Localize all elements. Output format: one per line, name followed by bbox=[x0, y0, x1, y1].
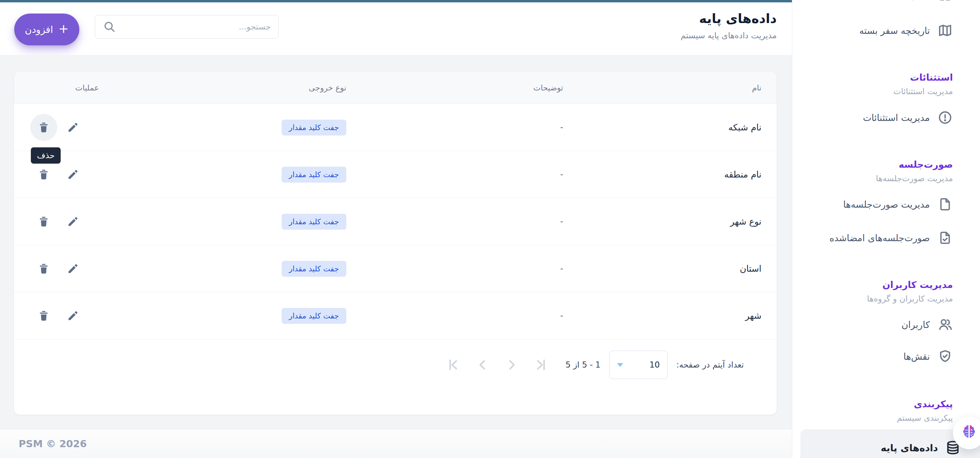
delete-button[interactable] bbox=[30, 255, 57, 282]
sidebar-item-minutes-management[interactable]: مدیریت صورت‌جلسه‌ها bbox=[843, 197, 953, 212]
delete-button[interactable] bbox=[30, 114, 57, 141]
row-description: - bbox=[356, 170, 573, 179]
edit-button[interactable] bbox=[65, 120, 80, 135]
row-name: استان bbox=[573, 264, 777, 274]
edit-button[interactable] bbox=[65, 308, 80, 323]
table-row: نام شبکه - جفت کلید مقدار bbox=[14, 104, 777, 151]
trash-icon bbox=[37, 215, 50, 228]
sidebar-section-user-management: مدیریت کاربران مدیریت کاربران و گروه‌ها bbox=[867, 280, 953, 304]
output-type-badge: جفت کلید مقدار bbox=[282, 167, 346, 183]
brain-icon bbox=[961, 425, 978, 441]
edit-button[interactable] bbox=[65, 214, 80, 229]
items-per-page-label: تعداد آیتم در صفحه: bbox=[676, 360, 744, 370]
items-per-page-value: 10 bbox=[650, 360, 660, 370]
trash-icon bbox=[37, 309, 50, 322]
plus-icon: + bbox=[59, 23, 69, 35]
section-subtitle: مدیریت کاربران و گروه‌ها bbox=[867, 294, 953, 304]
pagination-nav bbox=[445, 357, 549, 373]
row-actions bbox=[14, 114, 113, 141]
delete-button[interactable] bbox=[30, 161, 57, 188]
sidebar-item-label: مدیریت استثنائات bbox=[863, 113, 930, 123]
row-description: - bbox=[356, 122, 573, 132]
sidebar-item-users[interactable]: کاربران bbox=[901, 317, 953, 332]
last-page-button[interactable] bbox=[533, 357, 549, 373]
row-actions bbox=[14, 302, 113, 329]
chevron-down-icon bbox=[617, 363, 623, 367]
sidebar-item-label: کاربران bbox=[901, 320, 930, 330]
row-name: نام شبکه bbox=[573, 122, 777, 132]
page-title: داده‌های پایه bbox=[681, 11, 777, 26]
shield-check-icon bbox=[937, 348, 953, 364]
pencil-icon bbox=[66, 262, 80, 275]
table-row: استان - جفت کلید مقدار bbox=[14, 245, 777, 293]
pencil-icon bbox=[66, 309, 80, 323]
chevron-right-icon bbox=[504, 357, 519, 373]
search-box[interactable] bbox=[95, 15, 278, 39]
section-title: استثنائات bbox=[893, 72, 953, 83]
trash-icon bbox=[37, 262, 50, 275]
grid-boxes-icon bbox=[937, 0, 953, 2]
sidebar-item-label: داده‌های پایه bbox=[881, 442, 938, 453]
chevron-left-icon bbox=[475, 357, 490, 373]
table-header-row: نام توضیحات نوع خروجی عملیات bbox=[14, 72, 777, 104]
edit-button[interactable] bbox=[65, 261, 80, 276]
file-icon bbox=[937, 197, 953, 212]
trash-icon bbox=[37, 121, 50, 134]
first-page-button[interactable] bbox=[445, 357, 461, 373]
sidebar-item-package-travel-history[interactable]: تاریخچه سفر بسته bbox=[859, 23, 953, 38]
items-per-page-select[interactable]: 10 bbox=[609, 351, 668, 379]
file-check-icon bbox=[937, 230, 953, 246]
users-icon bbox=[937, 317, 953, 332]
delete-button[interactable] bbox=[30, 302, 57, 329]
add-button[interactable]: + افزودن bbox=[14, 14, 79, 45]
pagination-bar: تعداد آیتم در صفحه: 10 1 - 5 از 5 bbox=[14, 339, 777, 390]
section-subtitle: مدیریت صورت‌جلسه‌ها bbox=[876, 174, 953, 183]
edit-button[interactable] bbox=[65, 167, 80, 182]
row-name: نام منطقه bbox=[573, 169, 777, 180]
sidebar-section-exceptions: استثنائات مدیریت استثنائات bbox=[893, 72, 953, 96]
output-type-badge: جفت کلید مقدار bbox=[282, 261, 346, 277]
table-row: نام منطقه - جفت کلید مقدار bbox=[14, 151, 777, 198]
section-subtitle: پیکربندی سیستم bbox=[897, 413, 953, 423]
sidebar-section-minutes: صورت‌جلسه مدیریت صورت‌جلسه‌ها bbox=[876, 159, 953, 183]
delete-button[interactable] bbox=[30, 208, 57, 235]
row-name: نوع شهر bbox=[573, 216, 777, 227]
column-header-output-type: نوع خروجی bbox=[113, 83, 356, 92]
section-title: مدیریت کاربران bbox=[867, 280, 953, 290]
sidebar-item-exception-management[interactable]: مدیریت استثنائات bbox=[863, 110, 953, 125]
output-type-badge: جفت کلید مقدار bbox=[282, 308, 346, 324]
last-page-icon bbox=[533, 357, 549, 373]
sidebar-section-configuration: پیکربندی پیکربندی سیستم bbox=[897, 399, 953, 423]
sidebar-item-label: تاریخچه سفر بسته bbox=[859, 25, 930, 36]
column-header-description: توضیحات bbox=[356, 83, 573, 92]
sidebar-item-package-management[interactable]: مدیریت بسته‌ها bbox=[872, 0, 953, 2]
output-type-badge: جفت کلید مقدار bbox=[282, 119, 346, 135]
page-subtitle: مدیریت داده‌های پایه سیستم bbox=[681, 31, 777, 40]
data-table-card: نام توضیحات نوع خروجی عملیات نام شبکه - … bbox=[14, 71, 777, 415]
column-header-name: نام bbox=[573, 83, 777, 92]
add-button-label: افزودن bbox=[25, 24, 53, 35]
next-page-button[interactable] bbox=[504, 357, 519, 373]
copyright-text: PSM © 2026 bbox=[19, 438, 87, 450]
sidebar-item-signed-minutes[interactable]: صورت‌جلسه‌های امضاشده bbox=[830, 230, 953, 246]
page-head-block: داده‌های پایه مدیریت داده‌های پایه سیستم bbox=[681, 11, 777, 40]
top-accent-strip bbox=[0, 0, 792, 2]
section-subtitle: مدیریت استثنائات bbox=[893, 87, 953, 96]
search-input[interactable] bbox=[121, 22, 271, 32]
previous-page-button[interactable] bbox=[475, 357, 490, 373]
row-description: - bbox=[356, 264, 573, 274]
search-icon bbox=[103, 20, 116, 33]
sidebar-item-label: نقش‌ها bbox=[904, 351, 930, 362]
column-header-operations: عملیات bbox=[14, 83, 113, 92]
delete-tooltip: حذف bbox=[31, 147, 60, 164]
page-header: داده‌های پایه مدیریت داده‌های پایه سیستم… bbox=[0, 2, 792, 55]
sidebar-item-label: مدیریت صورت‌جلسه‌ها bbox=[843, 199, 930, 210]
output-type-badge: جفت کلید مقدار bbox=[282, 214, 346, 230]
row-actions bbox=[14, 161, 113, 188]
table-row: نوع شهر - جفت کلید مقدار bbox=[14, 198, 777, 245]
row-name: شهر bbox=[573, 311, 777, 321]
sidebar: مدیریت بسته‌ها تاریخچه سفر بسته استثنائا… bbox=[792, 0, 980, 458]
pencil-icon bbox=[66, 215, 80, 228]
sidebar-item-roles[interactable]: نقش‌ها bbox=[904, 348, 953, 364]
pagination-range: 1 - 5 از 5 bbox=[566, 360, 600, 370]
